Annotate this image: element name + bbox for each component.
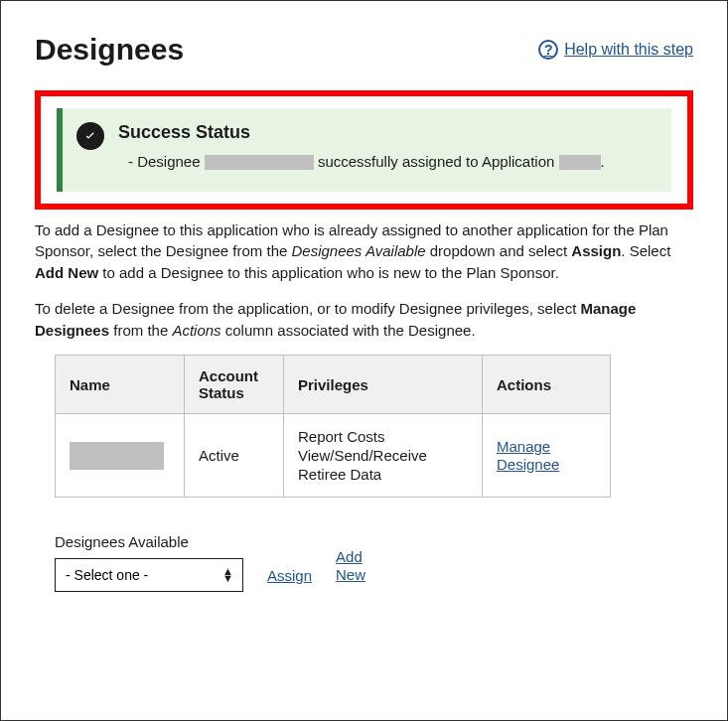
- help-link[interactable]: ? Help with this step: [538, 40, 693, 60]
- col-header-status: Account Status: [185, 356, 284, 414]
- cell-actions: Manage Designee: [483, 414, 611, 498]
- help-link-text: Help with this step: [564, 41, 693, 59]
- intro-paragraph-1: To add a Designee to this application wh…: [35, 219, 693, 284]
- designees-table: Name Account Status Privileges Actions A…: [55, 355, 611, 498]
- page-title: Designees: [35, 33, 184, 67]
- col-header-name: Name: [56, 356, 185, 414]
- success-panel: Success Status - Designee successfully a…: [57, 108, 671, 192]
- cell-privileges: Report Costs View/Send/Receive Retiree D…: [284, 414, 483, 498]
- designees-available-block: Designees Available - Select one - ▲▼: [55, 533, 243, 592]
- page-container: Designees ? Help with this step Success …: [0, 0, 728, 721]
- col-header-privileges: Privileges: [284, 356, 483, 414]
- table-row: Active Report Costs View/Send/Receive Re…: [56, 414, 611, 498]
- header: Designees ? Help with this step: [35, 33, 693, 67]
- assign-link[interactable]: Assign: [267, 567, 312, 584]
- add-new-link[interactable]: Add New: [336, 548, 375, 584]
- redacted-app-id: [559, 155, 601, 170]
- success-heading: Success Status: [118, 122, 654, 143]
- table-header-row: Name Account Status Privileges Actions: [56, 356, 611, 414]
- redacted-designee-name: [70, 442, 164, 470]
- success-message: - Designee successfully assigned to Appl…: [118, 151, 654, 174]
- redacted-name: [205, 155, 314, 170]
- manage-designee-link[interactable]: Manage Designee: [497, 438, 596, 474]
- assign-row: Designees Available - Select one - ▲▼ As…: [55, 533, 693, 592]
- highlight-annotation: Success Status - Designee successfully a…: [35, 90, 693, 210]
- cell-status: Active: [185, 414, 284, 498]
- designees-available-select[interactable]: - Select one -: [55, 558, 243, 592]
- cell-name: [56, 414, 185, 498]
- help-icon: ?: [538, 40, 558, 60]
- col-header-actions: Actions: [483, 356, 611, 414]
- check-circle-icon: [76, 122, 104, 150]
- intro-paragraph-2: To delete a Designee from the applicatio…: [35, 298, 693, 342]
- success-content: Success Status - Designee successfully a…: [118, 122, 654, 174]
- designees-available-label: Designees Available: [55, 533, 243, 550]
